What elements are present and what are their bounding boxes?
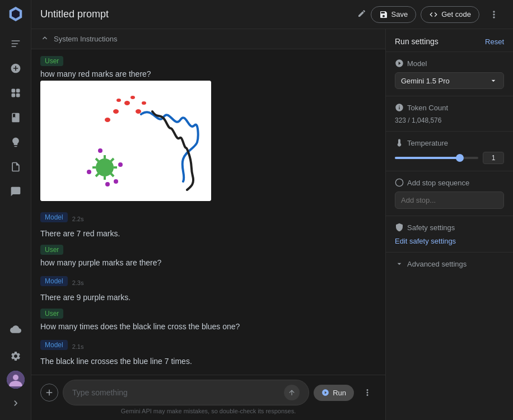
system-instructions-bar[interactable]: System Instructions xyxy=(31,29,385,49)
get-code-button[interactable]: Get code xyxy=(421,6,479,23)
svg-point-12 xyxy=(116,99,121,102)
run-settings-panel: Run settings Reset Model Gemini 1.5 Pro xyxy=(385,29,513,420)
settings-icon[interactable] xyxy=(4,345,27,367)
advanced-settings-label: Advanced settings xyxy=(407,260,467,268)
sidebar-chat-icon[interactable] xyxy=(4,180,27,203)
input-placeholder: Type something xyxy=(72,388,284,397)
model-meta-1: Model 2.2s xyxy=(40,212,376,226)
token-count-label: Token Count xyxy=(395,103,504,112)
model-time-1: 2.2s xyxy=(72,216,84,222)
model-response-3: The black line crosses the blue line 7 t… xyxy=(40,357,376,366)
svg-rect-2 xyxy=(11,46,16,47)
chat-area: System Instructions User how many red ma… xyxy=(31,29,385,420)
message-user-1: User how many red marks are there? xyxy=(40,56,376,206)
model-section: Model Gemini 1.5 Pro xyxy=(386,52,513,96)
svg-rect-5 xyxy=(40,81,211,201)
disclaimer-text: Gemini API may make mistakes, so double-… xyxy=(40,405,376,418)
model-response-1: There are 7 red marks. xyxy=(40,229,376,238)
sidebar-bottom xyxy=(4,317,27,416)
more-options-button[interactable] xyxy=(484,4,504,25)
svg-point-7 xyxy=(136,109,141,114)
temperature-section: Temperature 1 xyxy=(386,132,513,171)
model-meta-2: Model 2.3s xyxy=(40,276,376,290)
run-settings-title: Run settings xyxy=(395,37,439,46)
sidebar-grid-icon[interactable] xyxy=(4,82,27,104)
token-count-value: 323 / 1,048,576 xyxy=(395,116,504,124)
stop-sequence-label: Add stop sequence xyxy=(395,178,504,187)
input-area: Type something Run Gemini API may make m… xyxy=(31,375,385,420)
user-badge-1: User xyxy=(40,56,63,66)
svg-point-23 xyxy=(105,182,110,186)
model-time-3: 2.1s xyxy=(72,343,84,350)
sidebar-docs-icon[interactable] xyxy=(4,156,27,178)
user-badge-3: User xyxy=(40,309,63,319)
run-more-button[interactable] xyxy=(358,384,376,402)
svg-point-8 xyxy=(113,109,119,114)
model-meta-3: Model 2.1s xyxy=(40,340,376,353)
stop-sequence-section: Add stop sequence xyxy=(386,171,513,216)
sidebar-add-icon[interactable] xyxy=(4,57,27,80)
run-button[interactable]: Run xyxy=(314,385,354,401)
content-area: System Instructions User how many red ma… xyxy=(31,29,513,420)
user-avatar[interactable] xyxy=(7,371,25,389)
model-response-2: There are 9 purple marks. xyxy=(40,293,376,302)
message-input-box[interactable]: Type something xyxy=(63,380,309,405)
temperature-row: 1 xyxy=(395,152,504,164)
svg-rect-1 xyxy=(11,43,18,44)
user-text-1: how many red marks are there? xyxy=(40,69,376,78)
temperature-slider[interactable] xyxy=(395,157,478,159)
user-badge-2: User xyxy=(40,245,63,255)
model-label: Model xyxy=(395,59,504,68)
save-button[interactable]: Save xyxy=(371,6,417,23)
reset-button[interactable]: Reset xyxy=(485,38,504,46)
advanced-settings-row[interactable]: Advanced settings xyxy=(386,253,513,275)
message-model-3: Model 2.1s The black line crosses the bl… xyxy=(40,340,376,366)
temperature-slider-fill xyxy=(395,157,460,159)
model-badge-3: Model xyxy=(40,340,68,350)
edit-title-icon[interactable] xyxy=(357,9,366,20)
message-model-2: Model 2.3s There are 9 purple marks. xyxy=(40,276,376,302)
messages-list: User how many red marks are there? xyxy=(31,49,385,375)
svg-point-26 xyxy=(114,179,118,184)
sidebar-lightbulb-icon[interactable] xyxy=(4,131,27,153)
topbar: Untitled prompt Save Get code xyxy=(31,0,513,29)
stop-sequence-input[interactable] xyxy=(395,192,504,209)
user-text-3: How many times does the black line cross… xyxy=(40,322,376,331)
svg-point-25 xyxy=(87,170,91,174)
model-time-2: 2.3s xyxy=(72,279,84,286)
temperature-input[interactable]: 1 xyxy=(483,152,504,164)
user-text-2: how many purple marks are there? xyxy=(40,258,376,267)
model-badge-2: Model xyxy=(40,276,68,286)
sidebar-prompts-icon[interactable] xyxy=(4,32,27,55)
system-instructions-label: System Instructions xyxy=(54,35,117,43)
svg-point-27 xyxy=(395,179,403,186)
main-content: Untitled prompt Save Get code xyxy=(31,0,513,420)
sidebar xyxy=(0,0,31,420)
sidebar-book-icon[interactable] xyxy=(4,106,27,129)
svg-point-9 xyxy=(130,96,135,99)
temperature-slider-thumb xyxy=(456,154,464,162)
run-settings-header: Run settings Reset xyxy=(386,29,513,52)
app-logo[interactable] xyxy=(7,4,25,22)
safety-settings-section: Safety settings Edit safety settings xyxy=(386,216,513,253)
svg-point-22 xyxy=(98,148,102,153)
add-content-button[interactable] xyxy=(40,384,58,402)
sidebar-expand-icon[interactable] xyxy=(4,392,27,414)
message-model-1: Model 2.2s There are 7 red marks. xyxy=(40,212,376,238)
collapse-arrow-icon xyxy=(40,34,49,44)
svg-point-11 xyxy=(105,118,110,122)
model-selector[interactable]: Gemini 1.5 Pro xyxy=(395,72,504,89)
svg-point-6 xyxy=(124,101,130,105)
edit-safety-settings-link[interactable]: Edit safety settings xyxy=(395,237,456,245)
sidebar-cloud-icon[interactable] xyxy=(4,318,27,340)
temperature-label: Temperature xyxy=(395,138,504,147)
message-image-1 xyxy=(40,81,211,201)
token-count-section: Token Count 323 / 1,048,576 xyxy=(386,96,513,132)
page-title: Untitled prompt xyxy=(40,8,351,20)
topbar-actions: Save Get code xyxy=(371,4,504,25)
svg-point-24 xyxy=(118,162,123,167)
message-user-2: User how many purple marks are there? xyxy=(40,245,376,269)
input-row: Type something Run xyxy=(40,380,376,405)
send-button[interactable] xyxy=(284,385,300,400)
svg-point-10 xyxy=(142,101,146,105)
